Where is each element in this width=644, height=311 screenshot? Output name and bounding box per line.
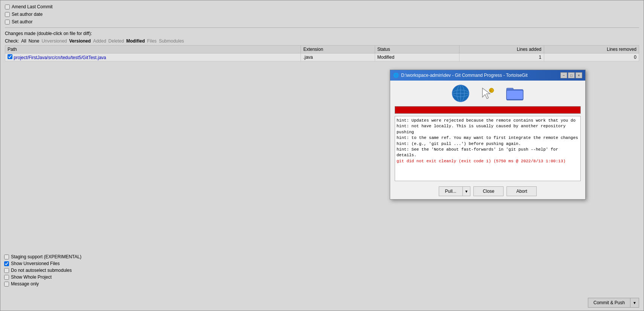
svg-rect-12	[507, 90, 523, 99]
dialog-buttons: Pull... ▼ Close Abort	[390, 183, 585, 199]
abort-button[interactable]: Abort	[507, 186, 537, 196]
dialog-restore-button[interactable]: □	[568, 72, 575, 78]
dialog-icons-area: !	[390, 81, 585, 106]
log-line: hint: (e.g., 'git pull ...') before push…	[397, 141, 579, 147]
pull-arrow-button[interactable]: ▼	[462, 186, 471, 196]
progress-area	[390, 106, 585, 114]
log-area[interactable]: hint: Updates were rejected because the …	[395, 116, 581, 181]
dialog-close-button[interactable]: ×	[575, 72, 582, 78]
folder-icon	[506, 86, 524, 101]
progress-bar-fill	[395, 107, 580, 113]
log-line: git did not exit cleanly (exit code 1) (…	[397, 159, 579, 164]
svg-point-7	[489, 88, 494, 93]
dialog-title-icon: 🌐	[393, 73, 399, 78]
close-dialog-button[interactable]: Close	[473, 186, 504, 196]
svg-text:!: !	[490, 89, 491, 93]
dialog-overlay: 🌐 D:\workspace-admin\dev - Git Command P…	[0, 0, 644, 311]
cursor-arrow-icon: !	[481, 87, 494, 100]
log-line: hint: not have locally. This is usually …	[397, 123, 579, 135]
dialog-title-text: D:\workspace-admin\dev - Git Command Pro…	[401, 73, 528, 78]
globe-icon	[452, 84, 470, 102]
pull-button-group: Pull... ▼	[439, 186, 471, 196]
dialog-title: 🌐 D:\workspace-admin\dev - Git Command P…	[393, 73, 528, 78]
log-line: hint: Updates were rejected because the …	[397, 118, 579, 123]
log-line: hint: to the same ref. You may want to f…	[397, 135, 579, 141]
log-line: hint: See the 'Note about fast-forwards'…	[397, 147, 579, 159]
pull-main-button[interactable]: Pull...	[439, 186, 462, 196]
progress-bar	[395, 106, 581, 114]
dialog-titlebar-controls: − □ ×	[560, 72, 582, 78]
dialog-titlebar: 🌐 D:\workspace-admin\dev - Git Command P…	[390, 70, 585, 81]
git-progress-dialog: 🌐 D:\workspace-admin\dev - Git Command P…	[390, 70, 586, 200]
dialog-minimize-button[interactable]: −	[560, 72, 567, 78]
svg-marker-6	[482, 88, 490, 99]
